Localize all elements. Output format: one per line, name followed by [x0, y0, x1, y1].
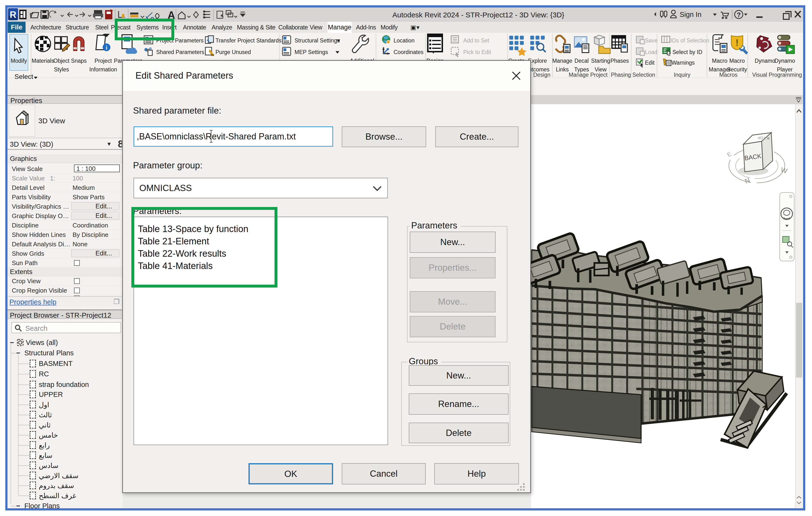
svg-text:Object: Object [54, 58, 70, 64]
svg-text:Design: Design [533, 72, 550, 78]
svg-text:Edit: Edit [645, 60, 655, 66]
svg-text:Transfer Project Standards: Transfer Project Standards [215, 37, 282, 44]
svg-text:Macro: Macro [729, 58, 745, 64]
svg-text:Information: Information [89, 66, 117, 73]
svg-text:Materials: Materials [32, 58, 54, 64]
svg-text:Selection: Selection [633, 72, 655, 78]
svg-text:Macros: Macros [719, 72, 737, 78]
svg-text:Select by ID: Select by ID [672, 49, 702, 55]
svg-text:?: ? [736, 11, 741, 19]
svg-text:Visual Programming: Visual Programming [752, 72, 802, 78]
svg-text:Macro: Macro [712, 58, 727, 64]
svg-text:Modify: Modify [10, 58, 27, 64]
svg-text:IDs of Selection: IDs of Selection [670, 37, 709, 44]
svg-text:Coordinates: Coordinates [394, 49, 424, 55]
svg-text:Structural Settings: Structural Settings [294, 37, 340, 44]
svg-text:Dynamo: Dynamo [774, 58, 795, 64]
svg-text:Sign In: Sign In [680, 10, 701, 18]
svg-text:Decal: Decal [575, 58, 589, 64]
svg-text:Location: Location [394, 37, 414, 44]
svg-text:Warnings: Warnings [671, 60, 695, 66]
svg-text:Purge Unused: Purge Unused [215, 49, 251, 55]
svg-text:R: R [10, 10, 16, 20]
svg-text:Select: Select [14, 73, 33, 80]
svg-text:Manage Project: Manage Project [569, 72, 608, 78]
svg-text:Project: Project [94, 58, 112, 64]
svg-text:Save: Save [645, 37, 658, 44]
svg-text:Manage: Manage [552, 58, 572, 64]
svg-text:Snaps: Snaps [71, 58, 87, 64]
svg-text:i: i [106, 45, 108, 51]
svg-text:Pick to Edit: Pick to Edit [463, 49, 491, 55]
svg-text:Autodesk Revit 2024 - STR-Proj: Autodesk Revit 2024 - STR-Project12 - 3D… [393, 11, 564, 19]
svg-text:MEP Settings: MEP Settings [294, 49, 328, 55]
svg-text:Styles: Styles [54, 66, 69, 73]
svg-text:Links: Links [556, 66, 569, 73]
svg-text:Phases: Phases [610, 58, 629, 64]
svg-text:Shared Parameters: Shared Parameters [156, 49, 204, 55]
svg-text:Starting: Starting [591, 58, 610, 64]
svg-text:Phasing: Phasing [611, 72, 631, 78]
svg-text:Add to Set: Add to Set [463, 37, 489, 44]
svg-text:Load: Load [645, 49, 657, 55]
svg-text:!: ! [735, 38, 739, 48]
svg-text:Inquiry: Inquiry [674, 72, 691, 78]
svg-text:Dynamo: Dynamo [755, 58, 775, 64]
